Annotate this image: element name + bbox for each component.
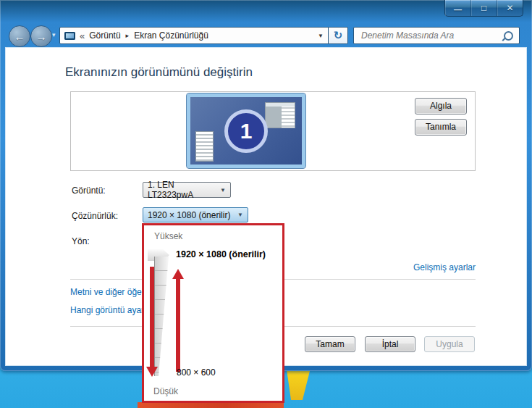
monitor-number-badge: 1 — [224, 109, 268, 153]
apply-button[interactable]: Uygula — [424, 336, 475, 352]
search-icon[interactable] — [504, 31, 513, 41]
resolution-slider-popup-annotated: Yüksek 1920 × 1080 (önerilir) 800 × 600 … — [142, 223, 284, 403]
display-dropdown-value: 1. LEN LT2323pwA — [148, 180, 214, 200]
resolution-dropdown-value: 1920 × 1080 (önerilir) — [148, 210, 230, 220]
history-dropdown[interactable]: ▾ — [52, 31, 56, 38]
forward-button[interactable]: → — [30, 25, 52, 47]
identify-button[interactable]: Tanımla — [415, 119, 467, 136]
wallpaper-yellow-shape — [284, 371, 310, 400]
close-button[interactable]: ✕ — [497, 0, 523, 16]
minimize-button[interactable]: — — [445, 0, 471, 16]
orientation-label: Yön: — [72, 236, 90, 246]
display-dropdown[interactable]: 1. LEN LT2323pwA ▼ — [143, 182, 231, 198]
window-thumbnail — [265, 102, 295, 128]
title-bar: — □ ✕ — [0, 0, 532, 22]
breadcrumb-item-screen-resolution[interactable]: Ekran Çözünürlüğü — [134, 30, 208, 41]
breadcrumb[interactable]: « Görüntü ▸ Ekran Çözünürlüğü ▼ — [59, 27, 329, 44]
caption-buttons: — □ ✕ — [444, 0, 523, 17]
breadcrumb-separator-icon[interactable]: ▸ — [126, 32, 130, 39]
refresh-icon: ↻ — [334, 29, 343, 42]
text-size-link[interactable]: Metni ve diğer öğel — [70, 287, 143, 297]
navigation-bar: ← → ▾ « Görüntü ▸ Ekran Çözünürlüğü ▼ ↻ — [0, 22, 532, 48]
list-window-thumbnail — [195, 131, 214, 162]
breadcrumb-item-display[interactable]: Görüntü — [89, 30, 120, 41]
resolution-dropdown[interactable]: 1920 × 1080 (önerilir) ▼ — [143, 207, 248, 222]
monitor-number: 1 — [240, 119, 253, 143]
selected-resolution-label: 1920 × 1080 (önerilir) — [176, 249, 266, 259]
desktop: — □ ✕ ← → ▾ « Görüntü ▸ — [0, 0, 532, 408]
low-resolution-label: 800 × 600 — [177, 367, 216, 378]
annotation-arrow-up-icon — [172, 269, 184, 372]
close-icon: ✕ — [506, 3, 513, 13]
detect-button[interactable]: Algıla — [415, 98, 467, 115]
maximize-icon: □ — [481, 3, 486, 13]
address-dropdown-icon[interactable]: ▼ — [312, 33, 324, 39]
search-input[interactable] — [360, 30, 499, 41]
low-label: Düşük — [153, 386, 178, 396]
page-title: Ekranınızın görünümünü değiştirin — [65, 65, 253, 80]
resolution-label: Çözünürlük: — [72, 211, 118, 221]
which-settings-link[interactable]: Hangi görüntü ayar — [70, 305, 144, 315]
wallpaper-orange-shape — [138, 402, 284, 408]
chevron-down-icon: ▼ — [232, 212, 243, 218]
back-button[interactable]: ← — [9, 25, 30, 47]
advanced-settings-link[interactable]: Gelişmiş ayarlar — [413, 262, 476, 272]
minimize-icon: — — [454, 5, 462, 14]
high-label: Yüksek — [154, 231, 182, 241]
forward-icon: → — [36, 30, 47, 43]
maximize-button[interactable]: □ — [471, 0, 497, 16]
back-icon: ← — [14, 30, 25, 43]
search-box[interactable] — [353, 27, 520, 44]
monitor-preview[interactable]: 1 — [187, 93, 305, 168]
display-settings-icon — [64, 32, 75, 40]
annotation-arrow-down-icon — [146, 267, 158, 377]
breadcrumb-collapse-icon[interactable]: « — [80, 30, 85, 41]
cancel-button[interactable]: İptal — [365, 336, 415, 352]
monitor-preview-panel: 1 Algıla Tanımla — [70, 91, 476, 171]
display-label: Görüntü: — [72, 186, 106, 196]
chevron-down-icon: ▼ — [214, 187, 226, 193]
refresh-button[interactable]: ↻ — [329, 27, 348, 44]
ok-button[interactable]: Tamam — [305, 336, 355, 352]
